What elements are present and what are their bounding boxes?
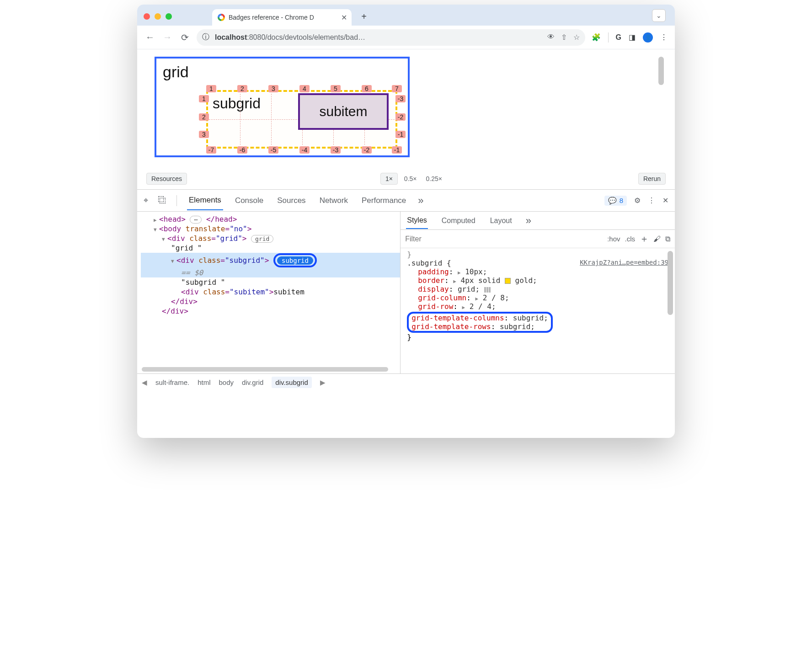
styles-rules: } .subgrid { KKrajpZ?ani…pe=embed:39 pad… [401,248,675,373]
dom-horizontal-scrollbar[interactable] [142,367,388,372]
dom-text-grid[interactable]: "grid " [141,243,400,253]
browser-chrome: Badges reference - Chrome D ✕ + ⌄ ← → ⟳ … [137,5,675,49]
tab-title: Badges reference - Chrome D [229,14,337,21]
window-traffic-lights [144,13,172,20]
styles-tab-row: Styles Computed Layout » [401,212,675,230]
css-prop-border[interactable]: border: ▶ 4px solid gold; [407,276,668,285]
dom-close-div-1[interactable]: </div> [141,297,400,306]
rule-source-link[interactable]: KKrajpZ?ani…pe=embed:39 [580,259,668,266]
zoom-05x-button[interactable]: 0.5× [401,175,420,182]
viewport-scrollbar[interactable] [658,57,664,85]
sidepanel-icon[interactable]: ◨ [629,33,636,42]
grid-badge[interactable]: grid [251,235,273,243]
tab-layout[interactable]: Layout [489,213,513,229]
rerun-button[interactable]: Rerun [638,173,666,185]
tab-console[interactable]: Console [233,192,265,210]
tab-sources[interactable]: Sources [275,192,307,210]
grid-container: grid 1 2 3 4 5 6 7 1 2 3 -3 -2 -1 -7 [155,57,410,157]
demo-footer: Resources 1× 0.5× 0.25× Rerun [146,170,666,187]
settings-gear-icon[interactable]: ⚙ [634,196,641,205]
crumb[interactable]: div.grid [242,378,263,386]
google-icon[interactable]: G [616,33,621,42]
extensions-icon[interactable]: 🧩 [592,33,601,42]
grid-line-tag: 6 [362,85,372,92]
styles-toolbar: :hov .cls ＋ 🖌 ⧉ [401,230,675,248]
crumb[interactable]: sult-iframe. [155,378,189,386]
device-toggle-icon[interactable]: ⿻ [158,196,166,205]
site-info-icon[interactable]: ⓘ [202,32,209,42]
dom-tree-panel: ▶<head> ⋯ </head> ▼<body translate="no">… [137,212,401,373]
dom-node-head[interactable]: ▶<head> ⋯ </head> [141,214,400,224]
styles-scrollbar[interactable] [668,251,673,315]
back-button[interactable]: ← [144,32,155,43]
dom-node-body[interactable]: ▼<body translate="no"> [141,224,400,234]
zoom-1x-button[interactable]: 1× [380,173,398,185]
resources-button[interactable]: Resources [146,173,187,185]
omnibox[interactable]: ⓘ localhost:8080/docs/devtools/elements/… [197,29,585,46]
crumb-next-icon[interactable]: ▶ [320,378,326,387]
share-icon[interactable]: ⇧ [561,33,567,42]
devtools-tab-row: ⌖ ⿻ Elements Console Sources Network Per… [137,190,675,212]
tab-performance[interactable]: Performance [360,192,408,210]
dom-node-div-subgrid[interactable]: ▼<div class="subgrid"> subgrid [141,253,400,268]
crumb-prev-icon[interactable]: ◀ [142,378,147,387]
css-prop-padding[interactable]: padding: ▶ 10px; [407,267,668,276]
styles-tabs-overflow-icon[interactable]: » [526,215,531,227]
separator [608,32,609,43]
crumb[interactable]: html [198,378,210,386]
new-style-rule-icon[interactable]: ＋ [640,233,649,245]
window-minimize-button[interactable] [155,13,161,20]
browser-tab[interactable]: Badges reference - Chrome D ✕ [212,9,352,26]
hov-toggle[interactable]: :hov [607,235,620,243]
subgrid-badge[interactable]: subgrid [277,256,313,265]
star-icon[interactable]: ☆ [573,33,580,42]
subitem-box: subitem [298,93,389,130]
tabs-overflow-icon[interactable]: » [418,195,423,207]
crumb-selected[interactable]: div.subgrid [272,377,311,388]
window-close-button[interactable] [144,13,150,20]
highlight-ring: subgrid [273,253,317,267]
dom-text-subgrid[interactable]: "subgrid " [141,277,400,287]
dom-close-div-2[interactable]: </div> [141,306,400,316]
color-swatch-icon[interactable] [505,278,511,284]
tab-styles[interactable]: Styles [406,213,428,229]
eye-off-icon[interactable]: 👁 [547,33,555,42]
rule-header[interactable]: .subgrid { KKrajpZ?ani…pe=embed:39 [407,259,668,267]
highlight-ring: grid-template-columns: subgrid; grid-tem… [407,312,553,333]
forward-button[interactable]: → [162,32,173,43]
css-prop-grid-template-rows[interactable]: grid-template-rows: subgrid; [411,322,548,331]
css-prop-grid-column[interactable]: grid-column: ▶ 2 / 8; [407,293,668,302]
tab-close-icon[interactable]: ✕ [341,13,347,22]
css-prop-display[interactable]: display: grid; [407,285,668,293]
tab-network[interactable]: Network [318,192,350,210]
grid-line-tag: -4 [299,146,310,154]
dom-node-div-subitem[interactable]: <div class="subitem">subitem [141,287,400,297]
issues-badge[interactable]: 💬 8 [604,196,627,206]
css-prop-grid-row[interactable]: grid-row: ▶ 2 / 4; [407,302,668,311]
grid-line-tag: -1 [395,131,406,138]
grid-line-tag: 3 [268,85,278,92]
tab-elements[interactable]: Elements [187,191,223,210]
grid-line-tag: -2 [362,146,372,154]
css-prop-grid-template-columns[interactable]: grid-template-columns: subgrid; [411,314,548,322]
cls-toggle[interactable]: .cls [625,235,636,243]
dom-node-div-grid[interactable]: ▼<div class="grid"> grid [141,234,400,243]
separator [176,195,177,206]
profile-avatar-icon[interactable]: 👤 [643,32,653,43]
devtools-menu-icon[interactable]: ⋮ [648,196,655,205]
crumb[interactable]: body [219,378,234,386]
reload-button[interactable]: ⟳ [179,32,190,43]
zoom-025x-button[interactable]: 0.25× [423,175,444,182]
new-tab-button[interactable]: + [357,10,371,23]
grid-editor-icon[interactable] [484,287,491,293]
window-dropdown-button[interactable]: ⌄ [652,9,666,22]
browser-menu-icon[interactable]: ⋮ [660,33,668,42]
grid-line-tag: 5 [331,85,341,92]
window-maximize-button[interactable] [166,13,172,20]
paint-brush-icon[interactable]: 🖌 [653,235,661,243]
inspect-icon[interactable]: ⌖ [144,196,148,205]
styles-filter-input[interactable] [405,235,603,243]
computed-sidebar-icon[interactable]: ⧉ [665,235,670,243]
devtools-close-icon[interactable]: ✕ [662,196,668,205]
tab-computed[interactable]: Computed [441,213,476,229]
